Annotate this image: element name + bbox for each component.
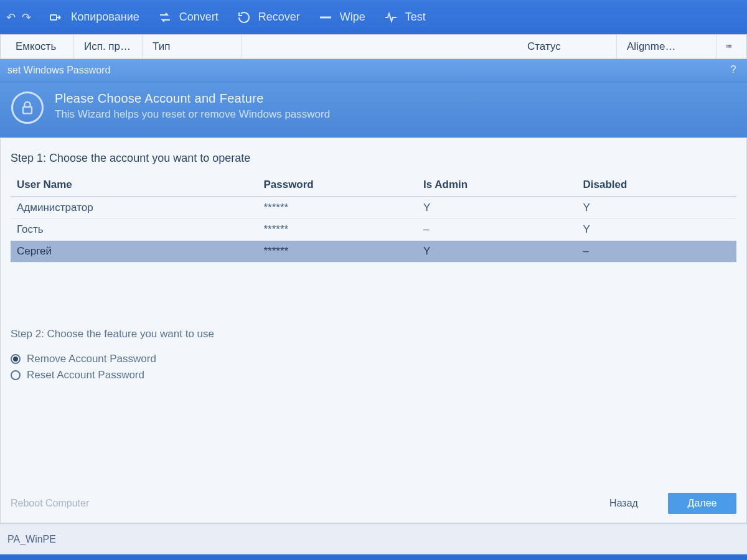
feature-option[interactable]: Remove Account Password [11,353,736,365]
cell-disabled: – [576,241,736,263]
reboot-link[interactable]: Reboot Computer [11,498,89,509]
wizard-header: Please Choose Account and Feature This W… [0,82,747,138]
lock-gear-icon [11,91,44,124]
cell-admin: – [417,219,577,241]
cell-disabled: Y [576,197,736,219]
status-bar: PA_WinPE [0,523,747,554]
table-row[interactable]: Гость******–Y [11,219,736,241]
col-type[interactable]: Тип [143,35,242,58]
wizard-footer: Reboot Computer Назад Далее [11,480,736,514]
cell-user: Гость [11,219,257,241]
radio-icon[interactable] [11,370,21,380]
step1-title: Step 1: Choose the account you want to o… [11,152,736,165]
toolbar-convert-label: Convert [179,11,218,24]
main-toolbar: ↶ ↷ Копирование Convert Recover Wipe Tes… [0,0,747,34]
col-used[interactable]: Исп. пр… [74,35,143,58]
svg-rect-1 [726,45,728,46]
accounts-table: User Name Password Is Admin Disabled Адм… [11,174,736,263]
svg-rect-2 [728,45,731,46]
cell-user: Администратор [11,197,257,219]
toolbar-recover[interactable]: Recover [236,9,300,26]
next-button[interactable]: Далее [668,493,736,514]
undo-icon[interactable]: ↶ [6,11,16,24]
help-icon[interactable]: ? [727,64,740,77]
th-disabled[interactable]: Disabled [576,174,736,197]
toolbar-convert[interactable]: Convert [157,9,218,26]
dialog-title: set Windows Password [7,65,110,76]
table-row[interactable]: Администратор******YY [11,197,736,219]
disk-columns-header: Емкость Исп. пр… Тип Статус Alignme… [0,34,747,59]
svg-rect-4 [728,47,731,48]
feature-option-label: Remove Account Password [27,353,156,365]
wipe-icon [317,9,334,26]
redo-icon[interactable]: ↷ [22,11,31,24]
cell-pwd: ****** [257,197,417,219]
feature-option[interactable]: Reset Account Password [11,369,736,381]
cell-admin: Y [417,241,577,263]
svg-rect-0 [50,15,57,20]
wizard-subheading: This Wizard helps you reset or remove Wi… [55,108,330,121]
col-status[interactable]: Статус [517,35,617,58]
table-row[interactable]: Сергей******Y– [11,241,736,263]
svg-rect-3 [726,47,728,48]
wizard-heading: Please Choose Account and Feature [55,91,330,106]
radio-icon[interactable] [11,354,21,364]
status-text: PA_WinPE [7,534,56,545]
toolbar-wipe-label: Wipe [340,11,365,24]
col-capacity[interactable]: Емкость [6,35,74,58]
svg-rect-5 [23,107,32,114]
toolbar-recover-label: Recover [258,11,300,24]
col-alignment[interactable]: Alignme… [617,35,716,58]
th-admin[interactable]: Is Admin [417,174,577,197]
arrow-right-icon [49,9,65,26]
step2-title: Step 2: Choose the feature you want to u… [11,328,736,340]
recover-icon [236,9,252,26]
toolbar-copy-label: Копирование [71,11,139,24]
cell-disabled: Y [576,219,736,241]
wizard-body: Step 1: Choose the account you want to o… [0,138,747,523]
pulse-icon [383,9,399,26]
swap-icon [157,9,173,26]
col-view-icon[interactable] [716,35,741,58]
cell-pwd: ****** [257,241,417,263]
toolbar-test[interactable]: Test [383,9,426,26]
toolbar-test-label: Test [405,11,426,24]
dialog-titlebar: set Windows Password ? [0,59,747,82]
feature-option-label: Reset Account Password [27,369,144,381]
cell-user: Сергей [11,241,257,263]
toolbar-copy[interactable]: Копирование [49,9,139,26]
th-user[interactable]: User Name [11,174,257,197]
th-password[interactable]: Password [257,174,417,197]
cell-pwd: ****** [257,219,417,241]
cell-admin: Y [417,197,577,219]
back-button[interactable]: Назад [590,493,658,514]
toolbar-wipe[interactable]: Wipe [317,9,365,26]
